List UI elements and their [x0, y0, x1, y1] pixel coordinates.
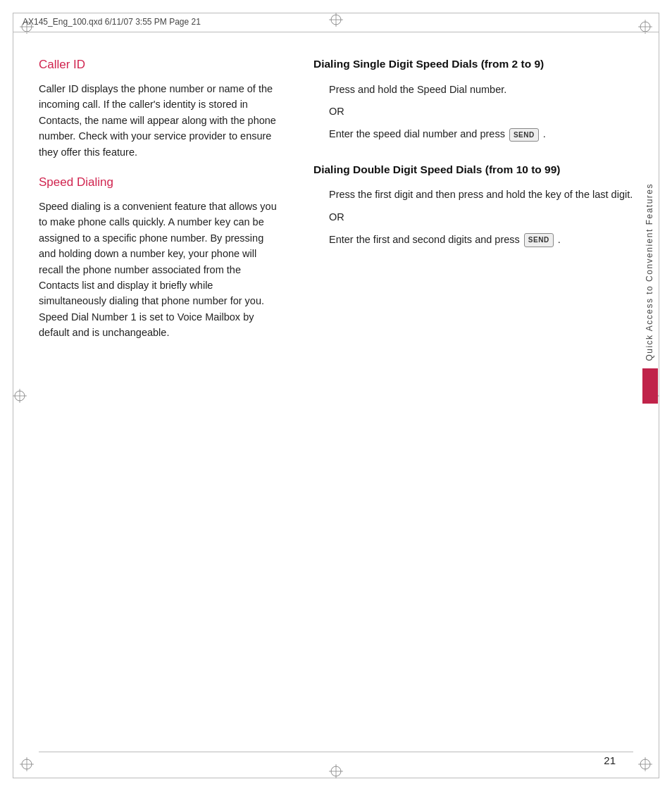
single-digit-step2-pre: Enter the speed dial number and press	[329, 128, 505, 139]
double-digit-step2-block: Enter the first and second digits and pr…	[313, 232, 633, 247]
speed-dialing-body: Speed dialing is a convenient feature th…	[39, 199, 278, 341]
side-tab-bar	[642, 368, 658, 404]
content-area: Caller ID Caller ID displays the phone n…	[39, 56, 633, 742]
svg-point-15	[640, 759, 650, 769]
double-digit-or-text: OR	[329, 211, 344, 223]
single-digit-step2-post: .	[543, 128, 546, 139]
single-digit-step1: Press and hold the Speed Dial number.	[329, 82, 633, 97]
double-digit-step2-text: Enter the first and second digits and pr…	[329, 232, 633, 247]
side-tab: Quick Access to Convenient Features	[641, 183, 659, 404]
right-column: Dialing Single Digit Speed Dials (from 2…	[299, 56, 633, 742]
single-digit-step2-block: Enter the speed dial number and press SE…	[313, 126, 633, 142]
single-digit-title: Dialing Single Digit Speed Dials (from 2…	[313, 56, 633, 72]
double-digit-step1-block: Press the first digit and then press and…	[313, 187, 633, 202]
double-digit-title: Dialing Double Digit Speed Dials (from 1…	[313, 162, 633, 177]
double-digit-step1: Press the first digit and then press and…	[329, 187, 633, 202]
caller-id-body: Caller ID displays the phone number or n…	[39, 81, 278, 160]
header-text: AX145_Eng_100.qxd 6/11/07 3:55 PM Page 2…	[23, 16, 201, 28]
send-button-single: SEND	[509, 128, 539, 142]
reg-mark-bot-mid	[329, 764, 343, 778]
double-digit-or: OR	[313, 210, 633, 225]
svg-point-21	[331, 766, 341, 776]
svg-point-12	[22, 759, 32, 769]
single-digit-step1-block: Press and hold the Speed Dial number.	[313, 82, 633, 97]
single-digit-or-text: OR	[329, 106, 344, 117]
reg-mark-bot-left	[20, 757, 34, 771]
single-digit-or: OR	[313, 104, 633, 119]
header-bar: AX145_Eng_100.qxd 6/11/07 3:55 PM Page 2…	[13, 13, 659, 32]
single-digit-step2-text: Enter the speed dial number and press SE…	[329, 126, 633, 142]
caller-id-title: Caller ID	[39, 56, 278, 74]
reg-mark-mid-left	[13, 389, 27, 403]
bottom-divider	[39, 752, 633, 752]
double-digit-step2-pre: Enter the first and second digits and pr…	[329, 234, 520, 245]
double-digit-step2-post: .	[558, 234, 561, 245]
reg-mark-bot-right	[638, 757, 652, 771]
speed-dialing-title: Speed Dialing	[39, 174, 278, 192]
left-column: Caller ID Caller ID displays the phone n…	[39, 56, 299, 742]
page-number: 21	[604, 753, 616, 768]
side-tab-text: Quick Access to Convenient Features	[644, 183, 656, 361]
svg-point-6	[15, 391, 25, 401]
send-button-double: SEND	[524, 233, 554, 247]
